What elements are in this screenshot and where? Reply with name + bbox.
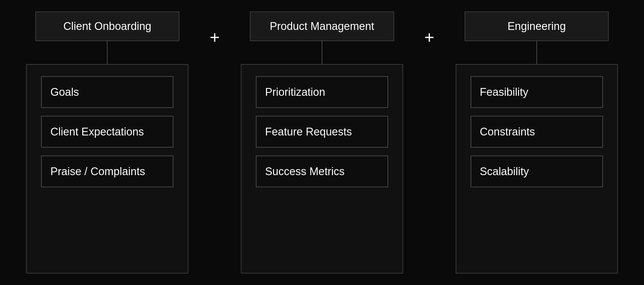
inner-box-client-expectations: Client Expectations bbox=[41, 116, 173, 148]
top-box-product-management: Product Management bbox=[250, 12, 394, 41]
inner-box-feasibility: Feasibility bbox=[471, 76, 603, 108]
connector-line-2 bbox=[322, 41, 322, 64]
plus-separator-1: + bbox=[198, 12, 232, 47]
top-box-engineering: Engineering bbox=[465, 12, 609, 41]
plus-separator-2: + bbox=[412, 12, 446, 47]
inner-box-feature-requests: Feature Requests bbox=[256, 116, 388, 148]
diagram-container: Client Onboarding Goals Client Expectati… bbox=[0, 0, 644, 285]
bottom-box-product-management: Prioritization Feature Requests Success … bbox=[241, 64, 403, 273]
top-box-label: Product Management bbox=[270, 20, 374, 32]
inner-box-praise-complaints: Praise / Complaints bbox=[41, 156, 173, 187]
inner-box-scalability: Scalability bbox=[471, 156, 603, 187]
column-product-management: Product Management Prioritization Featur… bbox=[232, 12, 412, 273]
connector-line-3 bbox=[536, 41, 537, 64]
top-box-label: Client Onboarding bbox=[63, 20, 151, 32]
inner-box-prioritization: Prioritization bbox=[256, 76, 388, 108]
top-box-client-onboarding: Client Onboarding bbox=[35, 12, 179, 41]
inner-box-goals: Goals bbox=[41, 76, 173, 108]
column-engineering: Engineering Feasibility Constraints Scal… bbox=[446, 12, 627, 273]
column-client-onboarding: Client Onboarding Goals Client Expectati… bbox=[17, 12, 198, 273]
connector-line-1 bbox=[107, 41, 108, 64]
inner-box-constraints: Constraints bbox=[471, 116, 603, 148]
bottom-box-engineering: Feasibility Constraints Scalability bbox=[456, 64, 618, 273]
top-box-label: Engineering bbox=[507, 20, 566, 32]
bottom-box-client-onboarding: Goals Client Expectations Praise / Compl… bbox=[26, 64, 188, 273]
inner-box-success-metrics: Success Metrics bbox=[256, 156, 388, 187]
